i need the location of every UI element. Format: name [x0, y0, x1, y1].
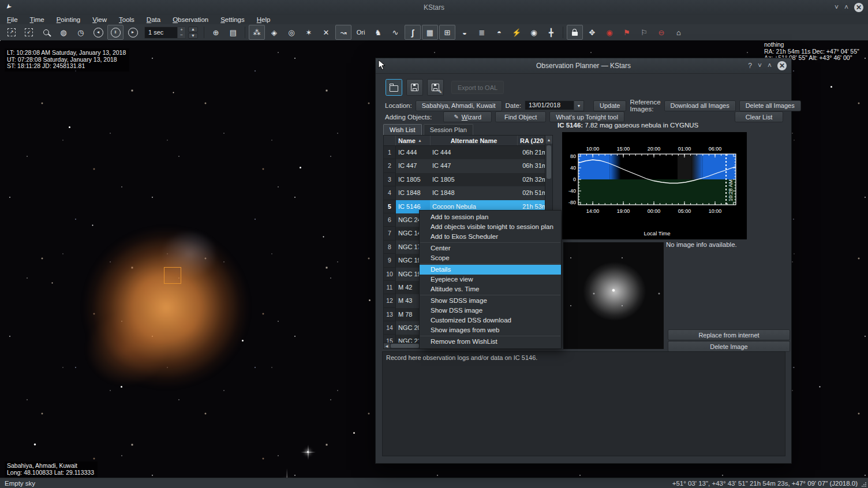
cell-num[interactable]: 5: [384, 200, 396, 213]
whats-up-tonight-button[interactable]: What's up Tonight tool: [549, 111, 624, 122]
toggle-galaxies-icon[interactable]: ◎: [283, 25, 300, 40]
pause-simulation-icon[interactable]: ‖: [107, 25, 124, 40]
context-menu-item-eyepiece-view[interactable]: Eyepiece view: [420, 275, 561, 284]
cell-num[interactable]: 2: [384, 159, 396, 172]
toggle-horizon-icon[interactable]: ◒: [457, 25, 473, 40]
step-forward-icon[interactable]: ▸: [125, 25, 141, 40]
set-geographic-location-icon[interactable]: ◍: [55, 25, 72, 40]
help-icon[interactable]: ?: [748, 61, 752, 71]
menu-file[interactable]: File: [7, 16, 18, 23]
rolldown-icon[interactable]: ˅: [758, 61, 762, 71]
increase-icon[interactable]: +: [178, 27, 185, 33]
cell-num[interactable]: 14: [384, 321, 396, 335]
flag-manager-icon[interactable]: ⚐: [636, 25, 652, 40]
replace-from-internet-button[interactable]: Replace from internet: [668, 329, 790, 340]
menu-pointing[interactable]: Pointing: [57, 16, 81, 23]
wizard-button[interactable]: ✎Wizard: [443, 111, 492, 122]
scroll-up-icon[interactable]: ▲: [545, 136, 552, 144]
download-all-images-button[interactable]: Download all Images: [664, 100, 736, 111]
context-menu-item-customized-dss-download[interactable]: Customized DSS download: [420, 316, 561, 325]
zoom-out-view-icon[interactable]: ↙: [21, 25, 37, 40]
header-alternate-name[interactable]: Alternate Name: [431, 136, 518, 145]
context-menu-item-add-objects-visible-tonight-to-session-plan[interactable]: Add objects visible tonight to session p…: [420, 222, 561, 232]
maximize-icon[interactable]: ˄: [844, 2, 848, 13]
cell-num[interactable]: 3: [384, 173, 396, 186]
cell-alt[interactable]: IC 444: [430, 146, 519, 159]
toggle-supernovae-icon[interactable]: ⚡: [508, 25, 525, 40]
menu-settings[interactable]: Settings: [220, 16, 245, 23]
cell-alt[interactable]: IC 447: [430, 159, 519, 172]
cell-num[interactable]: 1: [384, 146, 396, 159]
cell-num[interactable]: 7: [384, 227, 396, 240]
cell-num[interactable]: 13: [384, 308, 396, 321]
context-menu-item-show-sdss-image[interactable]: Show SDSS image: [420, 296, 561, 306]
toggle-equatorial-grid-icon[interactable]: ⊞: [439, 25, 455, 40]
cell-num[interactable]: 10: [384, 268, 396, 281]
save-list-as-button[interactable]: ✎: [427, 79, 444, 96]
cell-num[interactable]: 4: [384, 186, 396, 200]
find-object-button[interactable]: Find Object: [495, 111, 546, 122]
header-ra[interactable]: RA (J20: [518, 136, 545, 145]
delete-all-images-button[interactable]: Delete all Images: [739, 100, 801, 111]
menu-view[interactable]: View: [92, 16, 107, 23]
menu-time[interactable]: Time: [30, 16, 44, 23]
resize-grip-icon[interactable]: [862, 482, 867, 487]
table-header[interactable]: Name▲ Alternate Name RA (J20: [384, 136, 552, 146]
cell-num[interactable]: 9: [384, 254, 396, 267]
toggle-deep-sky-objects-icon[interactable]: ◈: [266, 25, 282, 40]
context-menu-item-altitude-vs-time[interactable]: Altitude vs. Time: [420, 284, 561, 294]
step-backward-icon[interactable]: ◂: [90, 25, 106, 40]
scroll-left-icon[interactable]: ◀: [384, 343, 390, 348]
toggle-constellation-names-icon[interactable]: Ori: [353, 25, 369, 40]
context-menu-item-add-to-ekos-scheduler[interactable]: Add to Ekos Scheduler: [420, 232, 561, 242]
time-step-spinbox[interactable]: 1 sec+−▲▼: [144, 27, 198, 39]
table-row[interactable]: 3IC 1805IC 180502h 32m: [384, 173, 552, 186]
toggle-planets-icon[interactable]: ✶: [301, 25, 317, 40]
update-button[interactable]: Update: [593, 100, 626, 111]
observation-log-textarea[interactable]: Record here observation logs and/or data…: [382, 351, 785, 456]
hscrollbar-thumb[interactable]: [391, 344, 419, 348]
toggle-stars-icon[interactable]: ⁂: [249, 25, 265, 40]
horizontal-scrollbar[interactable]: ◀: [384, 343, 420, 348]
telescope-crosshair-icon[interactable]: ╋: [543, 25, 559, 40]
cell-num[interactable]: 12: [384, 294, 396, 307]
unit-down-icon[interactable]: ▼: [188, 33, 198, 39]
lock-position-icon[interactable]: [567, 25, 583, 40]
clear-list-button[interactable]: Clear List: [735, 111, 783, 122]
cell-name[interactable]: IC 1805: [396, 173, 430, 186]
context-menu-item-remove-from-wishlist[interactable]: Remove from WishList: [420, 337, 561, 347]
context-menu-item-show-images-from-web[interactable]: Show images from web: [420, 325, 561, 335]
close-dialog-icon[interactable]: ✕: [777, 61, 787, 70]
menu-observation[interactable]: Observation: [173, 16, 208, 23]
tab-wish-list[interactable]: Wish List: [383, 124, 422, 135]
close-icon[interactable]: ✕: [854, 3, 863, 12]
header-name[interactable]: Name▲: [396, 136, 431, 145]
ekos-icon[interactable]: ✥: [584, 25, 600, 40]
cell-alt[interactable]: IC 1848: [430, 186, 519, 200]
date-field[interactable]: 13/01/2018: [525, 100, 574, 110]
scrollbar-thumb[interactable]: [547, 145, 551, 179]
cell-name[interactable]: IC 444: [396, 146, 430, 159]
toggle-constellation-lines-icon[interactable]: ∿: [387, 25, 403, 40]
eyepiece-view-icon[interactable]: ◉: [526, 25, 542, 40]
cell-num[interactable]: 6: [384, 213, 396, 227]
save-list-button[interactable]: [406, 79, 423, 96]
time-step-steppers[interactable]: +−: [178, 27, 186, 39]
context-menu-item-add-to-session-plan[interactable]: Add to session plan: [420, 212, 561, 222]
cell-name[interactable]: IC 447: [396, 159, 430, 172]
toggle-milky-way-icon[interactable]: ʃ: [405, 25, 421, 40]
find-object-icon[interactable]: [38, 25, 54, 40]
set-time-icon[interactable]: ◷: [73, 25, 89, 40]
context-menu-item-center[interactable]: Center: [420, 243, 561, 253]
table-row[interactable]: 2IC 447IC 44706h 31m: [384, 159, 552, 172]
context-menu-item-scope[interactable]: Scope: [420, 253, 561, 263]
observatory-dome-icon[interactable]: ⌂: [671, 25, 687, 40]
toggle-constellation-boundaries-icon[interactable]: ▦: [422, 25, 438, 40]
tab-session-plan[interactable]: Session Plan: [424, 124, 473, 135]
context-menu-item-details[interactable]: Details: [420, 265, 561, 275]
mount-control-icon[interactable]: ◓: [491, 25, 507, 40]
unit-up-icon[interactable]: ▲: [188, 27, 198, 32]
context-menu-item-show-dss-image[interactable]: Show DSS image: [420, 306, 561, 316]
toggle-constellation-art-icon[interactable]: ♞: [370, 25, 386, 40]
pointing-focus-icon[interactable]: ⊕: [208, 25, 224, 40]
